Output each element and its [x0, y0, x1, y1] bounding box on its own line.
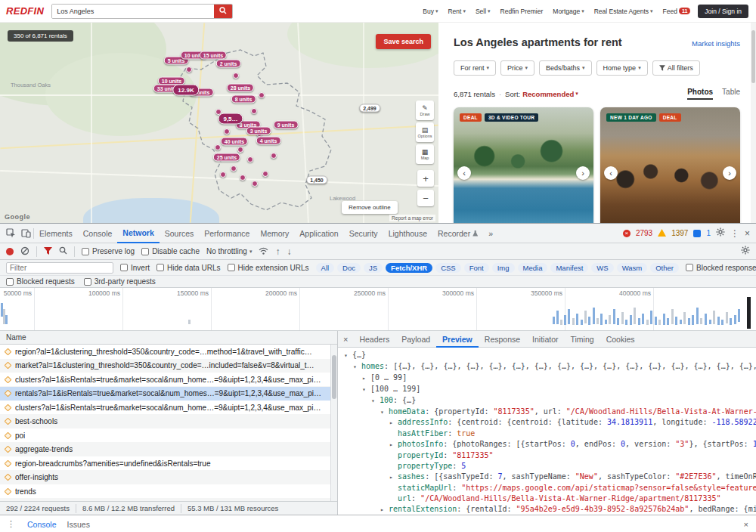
- close-details-icon[interactable]: ×: [338, 335, 353, 344]
- map-cluster-pin[interactable]: [251, 108, 257, 114]
- search-button[interactable]: [214, 5, 232, 18]
- preview-line[interactable]: ▸rentalExtension: {rentalId: "95a4b2e9-e…: [338, 504, 756, 515]
- report-map-error-link[interactable]: Report a map error: [389, 215, 435, 221]
- filter-pill-beds-baths[interactable]: Beds/baths▾: [539, 60, 592, 76]
- preview-line[interactable]: url: "/CA/Woodland-Hills/Bella-Vista-At-…: [338, 493, 756, 504]
- map-cluster-pin[interactable]: 8 units: [231, 95, 256, 104]
- map-cluster-pin[interactable]: 2,499: [359, 104, 380, 113]
- map-cluster-pin[interactable]: 12.9K: [172, 85, 199, 96]
- request-row[interactable]: region?al=1&clustering_threshold=350&cou…: [0, 345, 337, 359]
- map-cluster-pin[interactable]: 15 units: [200, 51, 227, 60]
- checkbox[interactable]: [141, 248, 149, 255]
- remove-outline-button[interactable]: Remove outline: [342, 201, 398, 214]
- preview-line[interactable]: ▾100: {…}: [338, 395, 756, 407]
- tab-network[interactable]: Network: [117, 224, 159, 243]
- checkbox[interactable]: [6, 278, 14, 286]
- map-cluster-pin[interactable]: [252, 181, 258, 187]
- filter-pill-home-type[interactable]: Home type▾: [596, 60, 648, 76]
- request-list-scrollbar[interactable]: [330, 345, 337, 501]
- filter-chip-manifest[interactable]: Manifest: [550, 263, 588, 273]
- filter-chip-media[interactable]: Media: [518, 263, 548, 273]
- tree-collapse-icon[interactable]: ▾: [353, 362, 361, 373]
- preview-line[interactable]: ▸addressInfo: {centroid: {centroid: {lat…: [338, 417, 756, 428]
- record-network-log-icon[interactable]: [6, 248, 14, 255]
- preview-line[interactable]: propertyType: 5: [338, 461, 756, 472]
- filter-pill-price[interactable]: Price▾: [500, 60, 534, 76]
- tab-security[interactable]: Security: [344, 224, 383, 243]
- tree-expand-icon[interactable]: ▸: [389, 440, 398, 450]
- map-cluster-pin[interactable]: [220, 172, 226, 178]
- details-tab-payload[interactable]: Payload: [395, 331, 436, 348]
- settings-gear-icon[interactable]: [716, 227, 725, 239]
- drawer-kebab-icon[interactable]: ⋮: [0, 519, 22, 529]
- network-settings-gear-icon[interactable]: [741, 246, 750, 257]
- tree-expand-icon[interactable]: ▸: [380, 505, 389, 515]
- network-filter-input[interactable]: [6, 262, 113, 274]
- tab-application[interactable]: Application: [294, 224, 343, 243]
- map-cluster-pin[interactable]: [231, 165, 237, 172]
- checkbox[interactable]: [82, 248, 89, 255]
- request-row[interactable]: offer-insights: [0, 471, 337, 485]
- preview-line[interactable]: ▾{…}: [338, 350, 756, 361]
- listing-card[interactable]: NEW 1 DAY AGODEAL ‹ ›: [600, 107, 740, 223]
- request-row[interactable]: clusters?al=1&isRentals=true&market=soca…: [0, 401, 337, 415]
- checkbox[interactable]: [84, 278, 91, 286]
- sort-value[interactable]: Recommended: [522, 90, 574, 98]
- disable-cache-checkbox[interactable]: Disable cache: [141, 247, 200, 255]
- zoom-out-button[interactable]: −: [417, 190, 434, 206]
- nav-item-feed[interactable]: Feed11: [663, 8, 691, 15]
- map-cluster-pin[interactable]: [186, 66, 192, 73]
- drawer-tab-issues[interactable]: Issues: [62, 515, 95, 532]
- search-input[interactable]: [52, 5, 214, 18]
- map-cluster-pin[interactable]: [271, 153, 277, 159]
- inspect-element-icon[interactable]: [3, 227, 18, 240]
- details-tab-preview[interactable]: Preview: [436, 331, 479, 348]
- filter-chip-js[interactable]: JS: [364, 263, 383, 273]
- request-row[interactable]: region-breadcrumbs?amenities=undefined&i…: [0, 456, 337, 471]
- blocked-cookies-checkbox[interactable]: Blocked response cookies: [686, 264, 756, 272]
- map-cluster-pin[interactable]: [237, 147, 243, 153]
- hide-extension-urls-checkbox[interactable]: Hide extension URLs: [228, 264, 309, 272]
- details-tab-timing[interactable]: Timing: [565, 331, 600, 348]
- hide-data-urls-checkbox[interactable]: Hide data URLs: [156, 264, 221, 272]
- tab-sources[interactable]: Sources: [160, 224, 200, 243]
- device-toolbar-icon[interactable]: [18, 227, 33, 240]
- name-column-header[interactable]: Name: [0, 331, 337, 345]
- page-scrollbar[interactable]: [751, 23, 756, 223]
- tab-performance[interactable]: Performance: [199, 224, 255, 243]
- nav-item-buy[interactable]: Buy▾: [423, 8, 438, 15]
- blocked-requests-checkbox[interactable]: Blocked requests: [6, 277, 75, 286]
- tab-console[interactable]: Console: [78, 224, 118, 243]
- close-devtools-icon[interactable]: ×: [745, 228, 750, 239]
- error-count[interactable]: 2793: [636, 229, 652, 237]
- view-tab-photos[interactable]: Photos: [687, 88, 713, 100]
- request-row[interactable]: clusters?al=1&isRentals=true&market=soca…: [0, 373, 337, 387]
- filter-chip-css[interactable]: CSS: [435, 263, 461, 273]
- preserve-log-checkbox[interactable]: Preserve log: [82, 247, 135, 255]
- join-signin-button[interactable]: Join / Sign in: [698, 5, 748, 18]
- redfin-logo[interactable]: REDFIN: [6, 5, 44, 17]
- preview-line[interactable]: ▸sashes: [{sashTypeId: 7, sashTypeName: …: [338, 472, 756, 483]
- map-cluster-pin[interactable]: 25 units: [213, 153, 240, 162]
- preview-line[interactable]: ▸[0 … 99]: [338, 373, 756, 384]
- drawer-tab-console[interactable]: Console: [22, 515, 62, 532]
- filter-chip-other[interactable]: Other: [650, 263, 679, 273]
- filter-chip-doc[interactable]: Doc: [337, 263, 361, 273]
- map-cluster-pin[interactable]: 2 units: [216, 60, 241, 68]
- filter-pill-for-rent[interactable]: For rent▾: [454, 60, 496, 76]
- zoom-in-button[interactable]: +: [417, 170, 434, 187]
- map-cluster-pin[interactable]: 9,5…: [218, 113, 243, 125]
- nav-item-rent[interactable]: Rent▾: [448, 8, 465, 15]
- map-cluster-pin[interactable]: 1,450: [306, 176, 327, 184]
- request-row[interactable]: best-schools: [0, 415, 337, 429]
- issues-count[interactable]: 1: [706, 229, 711, 237]
- request-row[interactable]: market?al=1&clustering_threshold=350&cou…: [0, 359, 337, 373]
- checkbox[interactable]: [156, 264, 164, 271]
- export-har-icon[interactable]: ↓: [287, 246, 291, 257]
- issues-icon[interactable]: [693, 230, 701, 237]
- nav-item-mortgage[interactable]: Mortgage▾: [553, 8, 584, 15]
- tree-expand-icon[interactable]: ▸: [389, 472, 398, 483]
- map-cluster-pin[interactable]: [259, 92, 265, 98]
- request-row[interactable]: aggregate-trends: [0, 443, 337, 457]
- view-tab-table[interactable]: Table: [722, 88, 740, 100]
